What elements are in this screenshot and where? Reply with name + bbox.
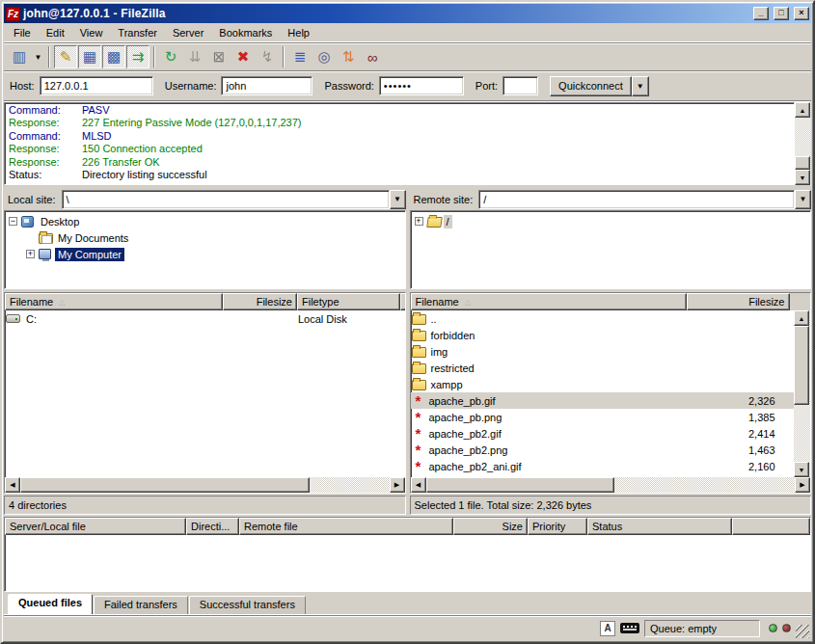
file-row-apache-pb2-gif[interactable]: *apache_pb2.gif2,414 bbox=[411, 425, 795, 442]
titlebar[interactable]: Fz john@127.0.0.1 - FileZilla _ □ × bbox=[4, 4, 811, 23]
refresh-button[interactable]: ↻ bbox=[159, 45, 182, 68]
remote-site-dropdown-button[interactable]: ▼ bbox=[795, 190, 811, 209]
ascii-datatype-icon[interactable]: A bbox=[600, 621, 615, 636]
site-manager-button[interactable]: ▥ bbox=[8, 45, 31, 68]
column-header-filesize[interactable]: Filesize bbox=[687, 293, 790, 310]
column-header-server-local-file[interactable]: Server/Local file bbox=[5, 518, 186, 535]
file-row-apache-pb2-png[interactable]: *apache_pb2.png1,463 bbox=[411, 442, 795, 458]
tree-item--[interactable]: +/ bbox=[413, 213, 811, 229]
local-site-dropdown-button[interactable]: ▼ bbox=[390, 190, 406, 209]
menu-transfer[interactable]: Transfer bbox=[110, 25, 165, 40]
tree-item-my-computer[interactable]: +My Computer bbox=[7, 246, 405, 262]
quickconnect-button[interactable]: Quickconnect bbox=[550, 76, 632, 96]
expand-icon[interactable]: + bbox=[415, 217, 423, 226]
tree-item-label[interactable]: Desktop bbox=[38, 215, 82, 228]
toggle-message-log-button[interactable]: ✎ bbox=[54, 45, 77, 68]
tab-queued-files[interactable]: Queued files bbox=[8, 594, 93, 614]
scroll-right-button[interactable]: ▶ bbox=[795, 477, 810, 493]
scroll-down-button[interactable]: ▼ bbox=[795, 170, 810, 185]
column-header-remote-file[interactable]: Remote file bbox=[239, 518, 453, 535]
disconnect-button[interactable]: ✖ bbox=[231, 45, 255, 68]
column-header-directi-[interactable]: Directi... bbox=[186, 518, 239, 535]
menu-bookmarks[interactable]: Bookmarks bbox=[211, 25, 280, 40]
remote-site-value[interactable]: / bbox=[478, 190, 795, 209]
remote-vertical-scrollbar[interactable]: ▲ ▼ bbox=[794, 310, 810, 477]
site-manager-button-dropdown[interactable]: ▼ bbox=[32, 45, 44, 68]
menu-server[interactable]: Server bbox=[165, 25, 211, 40]
scroll-down-button[interactable]: ▼ bbox=[794, 462, 809, 477]
scroll-thumb[interactable] bbox=[795, 156, 810, 170]
username-input[interactable] bbox=[221, 76, 312, 95]
find-files-button[interactable]: ∞ bbox=[361, 45, 384, 68]
column-header-priority[interactable]: Priority bbox=[528, 518, 587, 535]
menu-help[interactable]: Help bbox=[280, 25, 317, 40]
column-header-filename[interactable]: Filename△ bbox=[411, 293, 687, 310]
file-row-c-[interactable]: C:Local Disk bbox=[5, 310, 405, 327]
tab-failed-transfers[interactable]: Failed transfers bbox=[94, 596, 188, 614]
scroll-thumb[interactable] bbox=[426, 477, 614, 493]
scroll-track[interactable] bbox=[794, 405, 810, 462]
close-button[interactable]: × bbox=[794, 7, 809, 20]
file-row-apache-pb2-ani-gif[interactable]: *apache_pb2_ani.gif2,160 bbox=[411, 458, 795, 474]
filter-button[interactable]: ≣ bbox=[288, 45, 312, 68]
column-header-filesize[interactable]: Filesize bbox=[223, 293, 297, 310]
column-header-filename[interactable]: Filename△ bbox=[5, 293, 223, 310]
scroll-thumb[interactable] bbox=[20, 477, 310, 493]
file-row--[interactable]: .. bbox=[411, 310, 795, 327]
file-row-restricted[interactable]: restricted bbox=[411, 360, 795, 376]
quickconnect-dropdown-button[interactable]: ▼ bbox=[632, 76, 649, 96]
speedlimit-icon[interactable] bbox=[620, 623, 639, 633]
scroll-track[interactable] bbox=[614, 477, 796, 493]
reconnect-button[interactable]: ↯ bbox=[256, 45, 279, 68]
port-input[interactable] bbox=[503, 76, 538, 95]
tree-item-label[interactable]: My Documents bbox=[55, 231, 131, 245]
column-header-blank[interactable] bbox=[732, 518, 810, 535]
local-horizontal-scrollbar[interactable]: ◀ ▶ bbox=[5, 477, 405, 493]
file-row-img[interactable]: img bbox=[411, 343, 795, 360]
scroll-left-button[interactable]: ◀ bbox=[411, 477, 426, 493]
maximize-button[interactable]: □ bbox=[774, 7, 789, 20]
password-input[interactable] bbox=[379, 76, 464, 95]
column-header-size[interactable]: Size bbox=[453, 518, 528, 535]
tree-item-desktop[interactable]: −Desktop bbox=[7, 213, 405, 229]
tree-item-label[interactable]: My Computer bbox=[55, 248, 124, 261]
minimize-button[interactable]: _ bbox=[753, 7, 769, 20]
synchronized-browsing-button[interactable]: ⇅ bbox=[337, 45, 360, 68]
toggle-queue-button[interactable]: ⇉ bbox=[126, 45, 149, 68]
menu-view[interactable]: View bbox=[72, 25, 111, 40]
scroll-track[interactable] bbox=[795, 118, 811, 156]
collapse-icon[interactable]: − bbox=[9, 217, 17, 226]
toggle-local-tree-button[interactable]: ▦ bbox=[78, 45, 101, 68]
log-vertical-scrollbar[interactable]: ▲ ▼ bbox=[795, 102, 811, 185]
file-row-xampp[interactable]: xampp bbox=[411, 376, 795, 392]
local-site-value[interactable]: \ bbox=[62, 190, 390, 209]
scroll-up-button[interactable]: ▲ bbox=[795, 102, 810, 118]
scroll-thumb[interactable] bbox=[794, 326, 809, 405]
file-row-apache-pb-gif[interactable]: *apache_pb.gif2,326 bbox=[411, 392, 795, 409]
file-row-apache-pb-png[interactable]: *apache_pb.png1,385 bbox=[411, 409, 795, 425]
tree-item-label[interactable]: / bbox=[444, 215, 452, 228]
column-header-status[interactable]: Status bbox=[587, 518, 732, 535]
tab-successful-transfers[interactable]: Successful transfers bbox=[189, 596, 306, 614]
expand-icon[interactable]: + bbox=[26, 250, 35, 258]
scroll-right-button[interactable]: ▶ bbox=[390, 477, 405, 493]
toggle-remote-tree-button[interactable]: ▩ bbox=[102, 45, 125, 68]
scroll-track[interactable] bbox=[310, 477, 390, 493]
process-queue-button[interactable]: ⇊ bbox=[183, 45, 206, 68]
scroll-up-button[interactable]: ▲ bbox=[794, 310, 809, 326]
scroll-left-button[interactable]: ◀ bbox=[5, 477, 20, 493]
resize-grip[interactable] bbox=[796, 625, 809, 638]
cancel-operation-button[interactable]: ⊠ bbox=[207, 45, 231, 68]
remote-file-list: Filename△Filesize ..forbiddenimgrestrict… bbox=[410, 292, 812, 494]
host-input[interactable] bbox=[40, 76, 153, 95]
local-site-combo[interactable]: \ ▼ bbox=[62, 190, 406, 209]
remote-site-combo[interactable]: / ▼ bbox=[478, 190, 811, 209]
file-row-forbidden[interactable]: forbidden bbox=[411, 327, 795, 343]
menu-file[interactable]: File bbox=[6, 25, 39, 40]
menu-edit[interactable]: Edit bbox=[39, 25, 72, 40]
remote-horizontal-scrollbar[interactable]: ◀ ▶ bbox=[411, 477, 811, 493]
compare-directories-button[interactable]: ◎ bbox=[312, 45, 336, 68]
column-header-l[interactable]: L bbox=[400, 293, 406, 310]
tree-item-my-documents[interactable]: My Documents bbox=[7, 229, 405, 246]
column-header-filetype[interactable]: Filetype bbox=[297, 293, 400, 310]
